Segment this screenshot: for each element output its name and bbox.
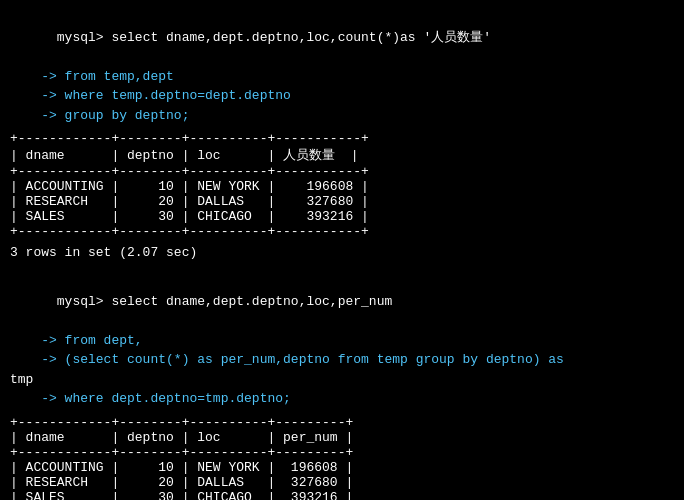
mysql-prompt1: mysql> — [57, 30, 104, 45]
table2-border-mid: +------------+--------+----------+------… — [10, 445, 674, 460]
table2-row1: | ACCOUNTING | 10 | NEW YORK | 196608 | — [10, 460, 674, 475]
query1-line1: mysql> select dname,dept.deptno,loc,coun… — [10, 8, 674, 67]
query1-line3: -> where temp.deptno=dept.deptno — [10, 86, 674, 106]
arrow4: -> from dept, — [10, 333, 143, 348]
arrow1: -> from temp,dept — [10, 69, 174, 84]
table2-row3: | SALES | 30 | CHICAGO | 393216 | — [10, 490, 674, 501]
arrow5: -> (select count(*) as per_num,deptno fr… — [10, 352, 564, 367]
table1-border-bot: +------------+--------+----------+------… — [10, 224, 674, 239]
query2-line3: -> (select count(*) as per_num,deptno fr… — [10, 350, 674, 370]
table1-row1: | ACCOUNTING | 10 | NEW YORK | 196608 | — [10, 179, 674, 194]
table1-border-mid: +------------+--------+----------+------… — [10, 164, 674, 179]
arrow2: -> where temp.deptno=dept.deptno — [10, 88, 291, 103]
query2-block: mysql> select dname,dept.deptno,loc,per_… — [10, 272, 674, 409]
table2-row2: | RESEARCH | 20 | DALLAS | 327680 | — [10, 475, 674, 490]
query2-line3b: tmp — [10, 370, 674, 390]
query1-line4: -> group by deptno; — [10, 106, 674, 126]
query2-line4: -> where dept.deptno=tmp.deptno; — [10, 389, 674, 409]
table2-border-top: +------------+--------+----------+------… — [10, 415, 674, 430]
table1-row3: | SALES | 30 | CHICAGO | 393216 | — [10, 209, 674, 224]
table1-border-top: +------------+--------+----------+------… — [10, 131, 674, 146]
query1-block: mysql> select dname,dept.deptno,loc,coun… — [10, 8, 674, 125]
query2-line2: -> from dept, — [10, 331, 674, 351]
table1-row2: | RESEARCH | 20 | DALLAS | 327680 | — [10, 194, 674, 209]
query2-line1-text: select dname,dept.deptno,loc,per_num — [104, 294, 393, 309]
mysql-prompt2: mysql> — [57, 294, 104, 309]
query1-line1-text: select dname,dept.deptno,loc,count(*)as … — [104, 30, 491, 45]
query1-line2: -> from temp,dept — [10, 67, 674, 87]
arrow3: -> group by deptno; — [10, 108, 189, 123]
table2-container: +------------+--------+----------+------… — [10, 415, 674, 501]
terminal-content: mysql> select dname,dept.deptno,loc,coun… — [10, 8, 674, 500]
arrow6: -> where dept.deptno=tmp.deptno; — [10, 391, 291, 406]
table2-header: | dname | deptno | loc | per_num | — [10, 430, 674, 445]
query2-line1: mysql> select dname,dept.deptno,loc,per_… — [10, 272, 674, 331]
table1-header: | dname | deptno | loc | 人员数量 | — [10, 146, 674, 164]
query1-result: 3 rows in set (2.07 sec) — [10, 245, 674, 260]
table1-container: +------------+--------+----------+------… — [10, 131, 674, 239]
